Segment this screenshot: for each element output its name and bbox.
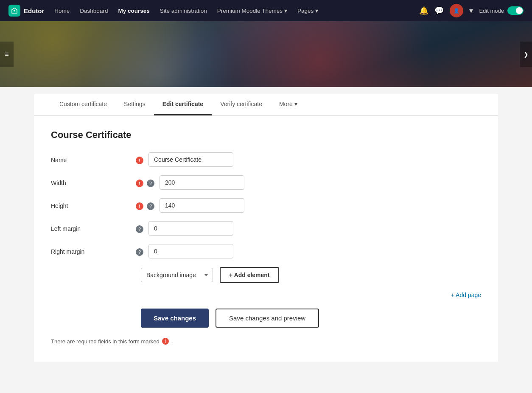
tab-settings[interactable]: Settings (115, 94, 154, 115)
main-content: Course Certificate Name ! Width ! ? Heig… (34, 116, 498, 362)
notifications-icon[interactable]: 🔔 (419, 6, 428, 15)
toggle-knob (516, 7, 523, 14)
name-required-icon[interactable]: ! (136, 157, 143, 164)
page-title: Course Certificate (51, 129, 481, 140)
sidebar-left-toggle[interactable]: ≡ (0, 42, 14, 67)
form-row-name: Name ! (51, 152, 481, 167)
height-required-icon[interactable]: ! (136, 202, 143, 210)
nav-icons: 🔔 💬 👤 ▾ Edit mode (419, 4, 524, 17)
name-input[interactable] (148, 152, 233, 167)
nav-my-courses[interactable]: My courses (118, 8, 149, 14)
edit-mode-toggle[interactable]: Edit mode (479, 6, 524, 15)
height-icons: ! ? (136, 198, 154, 210)
right-margin-label: Right margin (51, 244, 136, 255)
tabs-container: Custom certificate Settings Edit certifi… (34, 94, 498, 116)
action-buttons: Save changes Save changes and preview (51, 309, 481, 328)
height-label: Height (51, 198, 136, 209)
height-input[interactable] (160, 198, 244, 213)
right-margin-icons: ? (136, 244, 143, 256)
brand[interactable]: Edutor (8, 5, 44, 17)
nav-site-admin[interactable]: Site administration (160, 8, 207, 14)
form-row-right-margin: Right margin ? (51, 244, 481, 258)
hero-banner: ≡ ❯ (0, 21, 532, 87)
more-chevron-icon: ▾ (294, 101, 297, 107)
nav-pages[interactable]: Pages ▾ (297, 7, 318, 14)
hero-art (0, 21, 532, 87)
form-row-left-margin: Left margin ? (51, 221, 481, 236)
tabs: Custom certificate Settings Edit certifi… (51, 94, 481, 115)
brand-icon (8, 5, 20, 17)
add-page-row: + Add page (51, 292, 481, 298)
avatar[interactable]: 👤 (450, 4, 463, 17)
name-label: Name (51, 152, 136, 163)
tab-edit-certificate[interactable]: Edit certificate (154, 94, 212, 115)
chevron-down-icon: ▾ (284, 7, 287, 14)
edit-mode-label: Edit mode (479, 8, 504, 14)
tab-custom-certificate[interactable]: Custom certificate (51, 94, 115, 115)
messages-icon[interactable]: 💬 (434, 6, 444, 15)
background-select[interactable]: Background image No background Custom (141, 268, 213, 282)
svg-point-1 (14, 10, 15, 11)
right-margin-input[interactable] (148, 244, 233, 258)
required-mark-icon: ! (162, 338, 169, 345)
width-required-icon[interactable]: ! (136, 180, 143, 187)
chevron-down-icon: ▾ (315, 7, 318, 14)
add-element-button[interactable]: + Add element (220, 267, 279, 283)
left-margin-icons: ? (136, 221, 143, 233)
nav-dashboard[interactable]: Dashboard (80, 8, 108, 14)
edit-mode-switch[interactable] (507, 6, 524, 15)
add-page-button[interactable]: + Add page (451, 292, 481, 298)
width-input[interactable] (160, 175, 244, 190)
width-help-icon[interactable]: ? (147, 180, 154, 187)
save-preview-button[interactable]: Save changes and preview (216, 309, 319, 328)
right-margin-help-icon[interactable]: ? (136, 248, 143, 256)
form-bottom-row: Background image No background Custom + … (51, 267, 481, 283)
left-margin-label: Left margin (51, 221, 136, 232)
name-icons: ! (136, 152, 143, 164)
height-help-icon[interactable]: ? (147, 202, 154, 210)
required-note: There are required fields in this form m… (51, 338, 481, 345)
width-label: Width (51, 175, 136, 186)
user-menu-chevron[interactable]: ▾ (469, 6, 473, 15)
brand-label: Edutor (24, 7, 44, 14)
nav-home[interactable]: Home (54, 8, 70, 14)
save-button[interactable]: Save changes (141, 309, 209, 328)
width-icons: ! ? (136, 175, 154, 187)
tab-more[interactable]: More ▾ (271, 94, 306, 115)
navbar: Edutor Home Dashboard My courses Site ad… (0, 0, 532, 21)
nav-premium-themes[interactable]: Premium Moodle Themes ▾ (217, 7, 287, 14)
form-row-width: Width ! ? (51, 175, 481, 190)
sidebar-right-toggle[interactable]: ❯ (520, 42, 532, 67)
left-margin-input[interactable] (148, 221, 233, 236)
tab-verify-certificate[interactable]: Verify certificate (212, 94, 271, 115)
form-row-height: Height ! ? (51, 198, 481, 213)
left-margin-help-icon[interactable]: ? (136, 225, 143, 233)
